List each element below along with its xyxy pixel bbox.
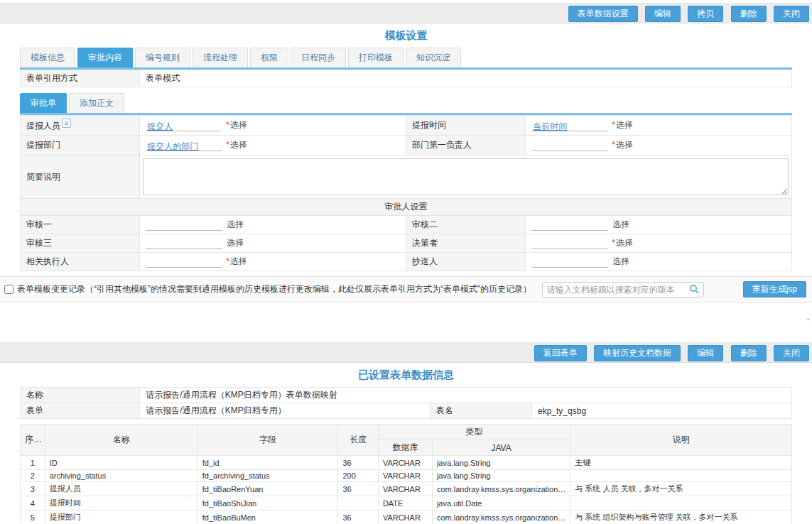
related-executor-field[interactable] bbox=[146, 257, 222, 268]
decision-maker-cell: *选择 bbox=[526, 234, 792, 253]
cc-person-label: 抄送人 bbox=[406, 253, 525, 271]
select-link[interactable]: 选择 bbox=[616, 120, 633, 130]
search-icon[interactable] bbox=[685, 284, 703, 295]
table-row: 1 ID fd_id 36 VARCHAR java.lang.String 主… bbox=[21, 456, 792, 470]
table-row: 审核三 选择 决策者 *选择 bbox=[21, 234, 792, 253]
tab-approval-content[interactable]: 审批内容 bbox=[77, 48, 133, 67]
cell-java: java.util.Date bbox=[432, 496, 570, 511]
reviewer-one-field[interactable] bbox=[146, 220, 222, 231]
mapping-name-label: 名称 bbox=[21, 388, 140, 403]
related-executor-label: 相关执行人 bbox=[21, 253, 140, 271]
mapping-info-table: 名称 请示报告/通用流程（KMP归档专用）表单数据映射 表单 请示报告/通用流程… bbox=[20, 387, 792, 419]
bottom-panel-title: 已设置表单数据信息 bbox=[0, 363, 812, 387]
select-link[interactable]: 选择 bbox=[230, 140, 247, 150]
select-link[interactable]: 选择 bbox=[227, 238, 244, 248]
decision-maker-label: 决策者 bbox=[406, 234, 525, 253]
map-history-data-button[interactable]: 映射历史文档数据 bbox=[594, 345, 681, 361]
submit-dept-field[interactable]: 提交人的部门 bbox=[146, 141, 222, 151]
tab-template-info[interactable]: 模板信息 bbox=[20, 48, 75, 67]
history-checkbox[interactable] bbox=[4, 285, 13, 294]
cell-no: 3 bbox=[21, 482, 45, 496]
current-time-link[interactable]: 当前时间 bbox=[533, 121, 567, 131]
reviewer-two-field[interactable] bbox=[531, 220, 608, 231]
version-search-input[interactable] bbox=[543, 285, 685, 295]
tab-add-body[interactable]: 添加正文 bbox=[69, 93, 124, 113]
delete-button[interactable]: 删除 bbox=[731, 345, 767, 361]
return-form-button[interactable]: 返回表单 bbox=[534, 345, 587, 361]
table-row: 审核一 选择 审核二 选择 bbox=[21, 216, 792, 234]
form-data-settings-button[interactable]: 表单数据设置 bbox=[568, 6, 638, 22]
summary-textarea[interactable] bbox=[143, 158, 789, 195]
approver-section-title: 审批人设置 bbox=[21, 199, 792, 216]
edit-button[interactable]: 编辑 bbox=[645, 6, 681, 22]
tab-permission[interactable]: 权限 bbox=[250, 48, 288, 67]
cc-person-cell: 选择 bbox=[526, 253, 792, 271]
history-checkbox-label: 表单模板变更记录（“引用其他模板”的情况需要到通用模板的历史模板进行更改编辑，此… bbox=[17, 283, 531, 295]
cell-name: archiving_status bbox=[45, 470, 197, 482]
delete-button[interactable]: 删除 bbox=[731, 6, 767, 22]
submit-time-cell: 当前时间*选择 bbox=[526, 116, 792, 136]
cell-java: java.lang.String bbox=[432, 470, 570, 482]
submitter-dept-link[interactable]: 提交人的部门 bbox=[147, 141, 198, 151]
col-header-field: 字段 bbox=[197, 425, 338, 456]
close-button[interactable]: 关闭 bbox=[774, 6, 809, 22]
dept-head-field[interactable] bbox=[531, 141, 608, 151]
submitter-cell: 提交人*选择 bbox=[140, 116, 406, 136]
cell-db: VARCHAR bbox=[378, 456, 432, 470]
reviewer-two-label: 审核二 bbox=[406, 216, 525, 234]
cell-desc bbox=[570, 470, 792, 482]
form-reference-value: 表单模式 bbox=[140, 70, 792, 87]
reviewer-one-cell: 选择 bbox=[140, 216, 406, 234]
submitter-label-text: 提报人员 bbox=[26, 121, 60, 131]
cell-no: 2 bbox=[21, 470, 45, 482]
main-tabs: 模板信息 审批内容 编号规则 流程处理 权限 日程同步 打印模板 知识沉淀 bbox=[20, 48, 792, 67]
regenerate-jsp-button[interactable]: 重新生成jsp bbox=[743, 281, 806, 298]
tab-schedule-sync[interactable]: 日程同步 bbox=[291, 48, 346, 67]
select-link[interactable]: 选择 bbox=[230, 120, 247, 130]
close-button[interactable]: 关闭 bbox=[774, 345, 809, 361]
cell-length: 36 bbox=[338, 456, 378, 470]
reviewer-one-label: 审核一 bbox=[21, 216, 140, 234]
cell-name: 提报部门 bbox=[45, 511, 197, 524]
cell-name: 提报人员 bbox=[45, 482, 197, 496]
tab-print-template[interactable]: 打印模板 bbox=[348, 48, 404, 67]
cell-field: fd_tiBaoBuMen bbox=[197, 511, 338, 524]
submitter-label: 提报人员a bbox=[21, 116, 140, 136]
col-header-desc: 说明 bbox=[570, 425, 792, 456]
edit-button[interactable]: 编辑 bbox=[688, 345, 723, 361]
template-settings-panel: 表单数据设置 编辑 拷贝 删除 关闭 模板设置 模板信息 审批内容 编号规则 流… bbox=[0, 0, 812, 302]
cell-desc: 与 系统 组织架构与账号管理 关联，多对一关系 bbox=[570, 511, 792, 524]
field-info-icon[interactable]: a bbox=[62, 119, 71, 128]
select-link[interactable]: 选择 bbox=[612, 256, 629, 266]
reviewer-three-field[interactable] bbox=[146, 239, 222, 249]
tab-approval-form[interactable]: 审批单 bbox=[20, 93, 67, 113]
tab-process-handling[interactable]: 流程处理 bbox=[193, 48, 248, 67]
cell-field: fd_archiving_status bbox=[197, 470, 338, 482]
cell-name: 提报时间 bbox=[45, 496, 197, 511]
col-header-name: 名称 bbox=[45, 425, 197, 456]
tab-knowledge[interactable]: 知识沉淀 bbox=[406, 48, 461, 67]
table-row: 3 提报人员 fd_tiBaoRenYuan 36 VARCHAR com.la… bbox=[21, 482, 792, 496]
cell-java: java.lang.String bbox=[432, 456, 570, 470]
cell-length: 36 bbox=[338, 511, 378, 524]
submit-time-field[interactable]: 当前时间 bbox=[531, 121, 608, 131]
decision-maker-field[interactable] bbox=[531, 239, 608, 249]
select-link[interactable]: 选择 bbox=[227, 219, 244, 229]
copy-button[interactable]: 拷贝 bbox=[688, 6, 723, 22]
tab-numbering-rule[interactable]: 编号规则 bbox=[135, 48, 190, 67]
table-row: 表单 请示报告/通用流程（KMP归档专用） 表名 ekp_ty_qsbg bbox=[21, 403, 792, 419]
submitter-link[interactable]: 提交人 bbox=[147, 121, 173, 131]
select-link[interactable]: 选择 bbox=[616, 238, 633, 248]
select-link[interactable]: 选择 bbox=[616, 140, 633, 150]
cc-person-field[interactable] bbox=[531, 257, 608, 268]
select-link[interactable]: 选择 bbox=[230, 256, 247, 266]
cell-java: com.landray.kmss.sys.organization.model.… bbox=[432, 482, 570, 496]
col-header-no: 序号 bbox=[21, 425, 45, 456]
submitter-field[interactable]: 提交人 bbox=[146, 121, 222, 131]
cell-no: 5 bbox=[21, 511, 45, 524]
col-header-db: 数据库 bbox=[378, 440, 432, 456]
select-link[interactable]: 选择 bbox=[612, 219, 629, 229]
cell-length: 200 bbox=[338, 470, 378, 482]
form-data-info-panel: 返回表单 映射历史文档数据 编辑 删除 关闭 已设置表单数据信息 名称 请示报告… bbox=[0, 342, 812, 524]
top-toolbar: 表单数据设置 编辑 拷贝 删除 关闭 bbox=[0, 3, 812, 23]
